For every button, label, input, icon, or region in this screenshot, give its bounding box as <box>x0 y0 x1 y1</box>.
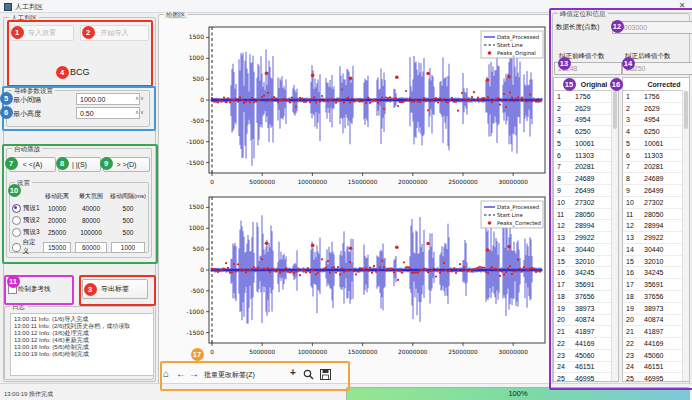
table-row[interactable]: 1228994 <box>554 220 618 232</box>
table-row[interactable]: 1735691 <box>554 279 618 291</box>
table-row[interactable]: 34954 <box>554 115 618 127</box>
annotation-badge: 16 <box>610 78 623 91</box>
table-row[interactable]: 510061 <box>623 138 689 150</box>
table-row[interactable]: 1329922 <box>554 232 618 244</box>
preset-row-1[interactable]: 预设1 10000 40000 500 <box>11 202 147 214</box>
table-row[interactable]: 926499 <box>554 185 618 197</box>
table-row[interactable]: 2244169 <box>554 338 618 350</box>
table-row[interactable]: 510061 <box>554 138 618 150</box>
table-row[interactable]: 720281 <box>554 162 618 174</box>
table-row[interactable]: 1430440 <box>554 244 618 256</box>
batch-edit-labels-button[interactable]: 批量更改标签(Z) <box>204 370 255 380</box>
svg-text:30000000: 30000000 <box>498 179 528 185</box>
table-row[interactable]: 1128050 <box>554 209 618 221</box>
close-icon[interactable]: ✕ <box>675 1 689 11</box>
svg-text:0: 0 <box>200 266 204 273</box>
table-row[interactable]: 611303 <box>623 150 689 162</box>
back-icon[interactable]: ← <box>176 368 186 380</box>
table-row[interactable]: 2141897 <box>554 326 618 338</box>
custom-move-input[interactable]: 15000 <box>43 242 71 253</box>
custom-range-input[interactable]: 60000 <box>75 242 107 253</box>
table-row[interactable]: 1329922 <box>623 232 689 244</box>
home-icon[interactable]: ⌂ <box>163 368 169 380</box>
table-row[interactable]: 1027302 <box>554 197 618 209</box>
table-row[interactable]: 1228994 <box>623 220 689 232</box>
annotation-badge: 7 <box>5 157 18 170</box>
table-row[interactable]: 720281 <box>623 162 689 174</box>
table-row[interactable]: 2446151 <box>623 362 689 374</box>
log-area[interactable]: 13:00:11 Info: (1/6)导入完成 13:00:11 Info: … <box>10 313 154 376</box>
save-icon[interactable] <box>320 369 331 380</box>
table-scrollbar[interactable] <box>682 90 689 381</box>
table-row[interactable]: 2345060 <box>623 350 689 362</box>
preset-1-radio[interactable] <box>12 204 21 213</box>
preset-3-radio[interactable] <box>12 228 21 237</box>
annotation-badge: 10 <box>8 184 21 197</box>
table-row[interactable]: 34954 <box>623 115 689 127</box>
preset-row-custom[interactable]: 自定义 15000 60000 1000 <box>11 238 147 250</box>
table-row[interactable]: 1128050 <box>623 209 689 221</box>
svg-text:Peaks_Original: Peaks_Original <box>497 50 536 57</box>
preset-custom-radio[interactable] <box>12 243 21 252</box>
table-header: Corrected <box>623 78 689 91</box>
svg-text:0: 0 <box>200 96 204 103</box>
log-line: 13:00:12 Info: (3/6)处理完成 <box>14 330 150 337</box>
table-row[interactable]: 824689 <box>554 173 618 185</box>
preset-row-2[interactable]: 预设2 20000 80000 500 <box>11 214 147 226</box>
signal-chart-top[interactable]: 150010005000-500-1000-150005000000100000… <box>161 17 547 187</box>
svg-text:-1000: -1000 <box>187 308 205 315</box>
table-row[interactable]: 1837656 <box>554 291 618 303</box>
table-row[interactable]: 2446151 <box>554 362 618 374</box>
preset-2-radio[interactable] <box>12 216 21 225</box>
table-row[interactable]: 2345060 <box>554 350 618 362</box>
svg-text:15000000: 15000000 <box>348 179 378 185</box>
table-row[interactable]: 11756 <box>554 91 618 103</box>
table-scrollbar[interactable] <box>611 90 618 381</box>
table-row[interactable]: 1634245 <box>623 267 689 279</box>
table-row[interactable]: 1634245 <box>554 267 618 279</box>
table-row[interactable]: 11756 <box>623 91 689 103</box>
custom-interval-input[interactable]: 1000 <box>111 242 145 253</box>
svg-text:-1500: -1500 <box>187 159 205 166</box>
table-row[interactable]: 2244169 <box>623 338 689 350</box>
table-row[interactable]: 22629 <box>623 103 689 115</box>
peaks-table-original[interactable]: Original 1175622629349544625051006161130… <box>553 77 619 382</box>
table-row[interactable]: 2141897 <box>623 326 689 338</box>
pan-icon[interactable]: + <box>290 367 296 379</box>
svg-text:5000000: 5000000 <box>249 349 275 355</box>
zoom-icon[interactable] <box>303 369 314 380</box>
min-height-input[interactable]: 0.50 <box>76 107 140 119</box>
peaks-table-corrected[interactable]: Corrected 117562262934954462505100616113… <box>622 77 690 382</box>
table-row[interactable]: 22629 <box>554 103 618 115</box>
forward-icon[interactable]: → <box>189 368 199 380</box>
log-line: 13:00:12 Info: (4/6)更新完成 <box>14 337 150 344</box>
table-row[interactable]: 1430440 <box>623 244 689 256</box>
table-row[interactable]: 1027302 <box>623 197 689 209</box>
table-row[interactable]: 824689 <box>623 173 689 185</box>
min-interval-input[interactable]: 1000.00 <box>76 93 140 105</box>
table-row[interactable]: 1735691 <box>623 279 689 291</box>
svg-text:1500: 1500 <box>189 203 204 210</box>
table-row[interactable]: 1938973 <box>554 303 618 315</box>
annotation-badge: 3 <box>84 283 97 296</box>
min-interval-spinner-icon[interactable]: ∧∨ <box>135 95 145 101</box>
preset-row-3[interactable]: 预设3 25000 100000 500 <box>11 226 147 238</box>
annotation-badge: 9 <box>100 157 113 170</box>
table-row[interactable]: 1938973 <box>623 303 689 315</box>
table-row[interactable]: 611303 <box>554 150 618 162</box>
annotation-badge: 15 <box>563 78 576 91</box>
log-line: 13:00:16 Info: (5/6)绘制完成 <box>14 344 150 351</box>
table-row[interactable]: 46250 <box>554 126 618 138</box>
table-row[interactable]: 1532010 <box>554 256 618 268</box>
signal-chart-bottom[interactable]: 150010005000-500-1000-150005000000100000… <box>161 187 547 357</box>
min-height-spinner-icon[interactable]: ∧∨ <box>135 109 145 115</box>
table-row[interactable]: 926499 <box>623 185 689 197</box>
table-row[interactable]: 1837656 <box>623 291 689 303</box>
svg-text:Peaks_Corrected: Peaks_Corrected <box>497 220 541 227</box>
table-row[interactable]: 1532010 <box>623 256 689 268</box>
svg-text:-500: -500 <box>190 287 204 294</box>
peak-info-group-title: 峰值定位和信息 <box>558 10 608 18</box>
table-row[interactable]: 2040874 <box>623 315 689 327</box>
table-row[interactable]: 2040874 <box>554 315 618 327</box>
table-row[interactable]: 46250 <box>623 126 689 138</box>
